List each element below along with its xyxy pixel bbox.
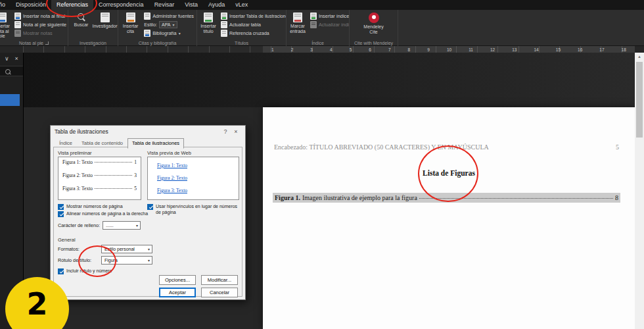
tab-indice[interactable]: Índice [55,138,77,149]
checkbox-icon [58,204,64,210]
insert-endnote-icon [14,13,21,20]
formats-label: Formatos: [58,246,99,252]
dialog-title-bar[interactable]: Tabla de ilustraciones ? × [51,126,245,138]
checkbox-label: Usar hipervínculos en lugar de números d… [156,204,239,216]
table-of-figures-entry[interactable]: Figura 1. Imagen ilustrativa de ejemplo … [273,193,620,203]
ruler-number: 17 [599,47,604,52]
nav-selected-item[interactable] [0,94,20,106]
checkbox-use-hyperlinks[interactable]: Usar hipervínculos en lugar de números d… [147,204,239,216]
tab-disposicion[interactable]: Disposición [11,0,51,10]
insert-index-button[interactable]: Insertar índice [309,12,350,20]
document-page[interactable]: Encabezado: TÍTULO ABREVIADO (50 CARACTE… [263,107,635,329]
tab-referencias[interactable]: Referencias [51,0,93,10]
step-number: 2 [26,286,47,329]
update-table-button[interactable]: Actualizar tabla [219,20,287,28]
show-notes-label: Mostrar notas [23,30,53,36]
chevron-down-icon[interactable]: ∨ [5,55,9,62]
mendeley-cite-button[interactable]: Mendeley Cite [363,11,385,38]
web-preview-box[interactable]: Figura 1: TextoFigura 2: TextoFigura 3: … [147,157,239,200]
group-investigacion: Buscar Investigador Investigación [68,10,118,46]
help-icon[interactable]: ? [220,128,231,135]
update-table-icon [221,21,227,28]
mark-entry-button[interactable]: Marcar entrada [288,11,308,38]
bibliography-icon [144,30,150,37]
entry-page: 5 [134,186,137,191]
checkbox-include-label-number[interactable]: Incluir rótulo y número [58,268,156,274]
close-icon[interactable]: × [15,55,18,62]
caption-label-row: Rótulo de título: Figura ▾ [58,256,152,265]
insert-index-icon [310,13,317,20]
ruler-number: 11 [469,47,473,52]
researcher-button[interactable]: Investigador [94,11,116,38]
checkbox-right-align[interactable]: Alinear números de página a la derecha [58,211,150,217]
insert-footnote-icon [0,13,7,22]
next-footnote-label: Nota al pie siguiente [23,22,66,28]
dot-leader [95,188,132,189]
tab-tabla-de-ilustraciones[interactable]: Tabla de ilustraciones [127,138,184,149]
update-index-button[interactable]: Actualizar índice [309,20,350,28]
ruler-number: 10 [447,47,451,52]
ruler-number: 16 [578,47,582,52]
mendeley-cite-label: Mendeley Cite [363,24,385,34]
tab-diseno[interactable]: Diseño [0,0,11,10]
web-preview-entry: Figura 1: Texto [152,159,235,172]
close-icon[interactable]: × [231,128,241,135]
insert-caption-button[interactable]: Insertar título [198,11,218,38]
insert-citation-button[interactable]: Insertar cita [120,11,141,38]
checkbox-label: Incluir rótulo y número [66,268,112,274]
tab-leader-row: Carácter de relleno: ...... ▾ [58,221,141,230]
cross-reference-button[interactable]: Referencia cruzada [219,29,287,37]
manage-sources-button[interactable]: Administrar fuentes [143,12,195,20]
options-button[interactable]: Opciones... [159,275,196,285]
formats-dropdown[interactable]: Estilo personal ▾ [101,245,152,253]
chevron-down-icon: ▾ [179,31,181,36]
caption-label-dropdown[interactable]: Figura ▾ [101,256,152,265]
ruler-number: 13 [512,47,517,52]
scrollbar-thumb[interactable] [636,62,643,138]
dot-leader [419,198,613,199]
search-icon [77,13,85,21]
ok-button[interactable]: Aceptar [159,288,196,297]
nav-search-input[interactable] [0,66,23,76]
style-dropdown[interactable]: APA ▾ [159,21,177,28]
ruler-number: 7 [388,47,391,52]
search-button[interactable]: Buscar [70,11,93,38]
show-notes-button[interactable]: Mostrar notas [13,29,68,37]
web-preview-entry: Figura 2: Texto [152,172,235,184]
insert-table-of-figures-button[interactable]: Insertar Tabla de ilustraciones [219,12,287,20]
insert-table-of-figures-icon [221,13,227,20]
cross-reference-label: Referencia cruzada [229,31,269,36]
tab-correspondencia[interactable]: Correspondencia [93,0,149,10]
next-footnote-button[interactable]: Nota al pie siguiente ▾ [13,20,68,28]
vertical-scrollbar[interactable]: ▲ [635,53,644,329]
group-label-titulos: Títulos [235,41,248,45]
manage-sources-icon [144,13,150,20]
insert-caption-icon [204,13,213,22]
ruler-number: 1 [271,47,274,52]
insert-footnote-button[interactable]: Insertar nota al pie [0,11,12,38]
tab-ayuda[interactable]: Ayuda [203,0,230,10]
bibliography-button[interactable]: Bibliografía ▾ [143,29,195,37]
group-indice: Marcar entrada Insertar índice Actualiza… [287,10,350,46]
style-row: Estilo: APA ▾ [143,20,195,28]
scroll-up-icon[interactable]: ▲ [635,53,644,61]
formats-row: Formatos: Estilo personal ▾ [58,245,152,253]
modify-button[interactable]: Modificar... [201,275,238,285]
tab-vlex[interactable]: vLex [230,0,253,10]
entry-text: Figura 1: Texto [62,159,93,165]
cancel-button[interactable]: Cancelar [201,288,238,297]
caption-label-label: Rótulo de título: [58,257,99,263]
insert-endnote-button[interactable]: Insertar nota al final [13,12,68,20]
ruler-number: 12 [490,47,495,52]
dialog-launcher-icon[interactable] [45,41,49,45]
checkbox-show-page-numbers[interactable]: Mostrar números de página [58,204,146,210]
tab-tabla-de-contenido[interactable]: Tabla de contenido [77,138,127,149]
tab-vista[interactable]: Vista [179,0,203,10]
tab-revisar[interactable]: Revisar [149,0,180,10]
running-head-text: Encabezado: TÍTULO ABREVIADO (50 CARACTE… [274,143,489,151]
ruler-number: 6 [369,47,371,52]
researcher-label: Investigador [92,24,117,29]
horizontal-ruler[interactable]: 123456789101112131415161718 [23,46,635,53]
tab-leader-dropdown[interactable]: ...... ▾ [103,221,141,230]
print-preview-box[interactable]: Figura 1: Texto 1 Figura 2: Texto 3 Figu… [58,157,141,200]
